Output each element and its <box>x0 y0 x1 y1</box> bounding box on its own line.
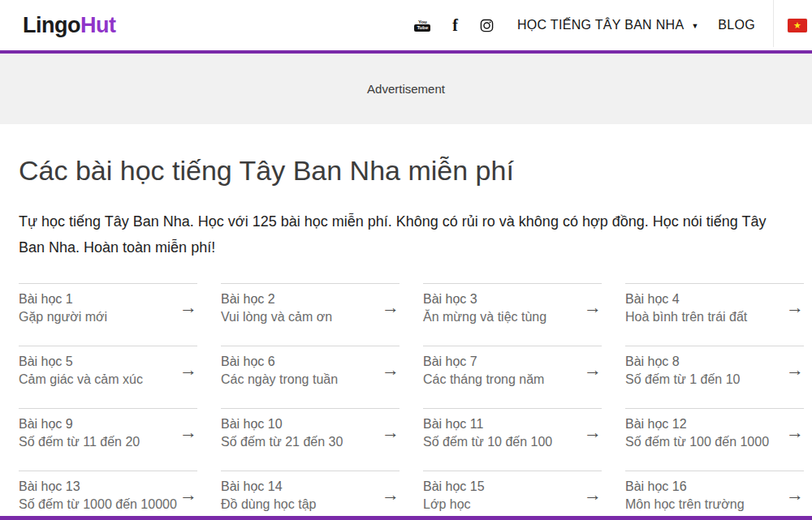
lesson-subtitle: Số đếm từ 21 đến 30 <box>221 433 343 451</box>
vietnam-flag-icon[interactable]: ★ <box>788 19 807 32</box>
lesson-title: Bài học 5 <box>19 353 143 371</box>
language-course-menu[interactable]: HỌC TIẾNG TÂY BAN NHA ▼ <box>517 18 698 32</box>
lesson-card[interactable]: Bài học 3 Ăn mừng và tiệc tùng → <box>423 283 602 346</box>
lesson-title: Bài học 6 <box>221 353 338 371</box>
lesson-title: Bài học 1 <box>19 290 107 308</box>
youtube-icon[interactable]: You Tube <box>414 19 430 32</box>
advertisement-label: Advertisement <box>367 82 445 96</box>
lesson-subtitle: Vui lòng và cảm ơn <box>221 308 332 326</box>
lesson-subtitle: Các ngày trong tuần <box>221 371 338 389</box>
arrow-right-icon: → <box>179 361 197 379</box>
lesson-subtitle: Số đếm từ 10 đến 100 <box>423 433 552 451</box>
lesson-subtitle: Số đếm từ 11 đến 20 <box>19 433 140 451</box>
lesson-card[interactable]: Bài học 14 Đồ dùng học tập → <box>221 471 400 520</box>
main-content: Các bài học tiếng Tây Ban Nha miễn phí T… <box>0 154 812 520</box>
arrow-right-icon: → <box>786 423 804 441</box>
language-course-menu-label: HỌC TIẾNG TÂY BAN NHA <box>517 18 684 32</box>
lesson-title: Bài học 3 <box>423 290 546 308</box>
lesson-card[interactable]: Bài học 5 Cảm giác và cảm xúc → <box>19 346 197 408</box>
lesson-card[interactable]: Bài học 8 Số đếm từ 1 đến 10 → <box>625 346 804 408</box>
lingohut-logo[interactable]: LingoHut <box>23 13 115 38</box>
lesson-card[interactable]: Bài học 15 Lớp học → <box>423 471 602 520</box>
header-nav: You Tube f HỌC TIẾNG TÂY BAN NHA ▼ BLOG … <box>414 0 812 50</box>
lesson-title: Bài học 16 <box>625 478 745 496</box>
flag-star: ★ <box>793 21 801 30</box>
lesson-title: Bài học 14 <box>221 478 316 496</box>
lesson-title: Bài học 15 <box>423 478 485 496</box>
lesson-card[interactable]: Bài học 4 Hoà bình trên trái đất → <box>625 283 804 346</box>
lesson-title: Bài học 11 <box>423 415 552 433</box>
lesson-title: Bài học 10 <box>221 415 343 433</box>
logo-text-lingo: Lingo <box>23 13 80 37</box>
facebook-icon[interactable]: f <box>452 17 458 33</box>
lesson-title: Bài học 9 <box>19 415 140 433</box>
lesson-subtitle: Hoà bình trên trái đất <box>625 308 747 326</box>
lesson-card[interactable]: Bài học 12 Số đếm từ 100 đến 1000 → <box>625 408 804 471</box>
arrow-right-icon: → <box>179 423 197 441</box>
lesson-title: Bài học 8 <box>625 353 740 371</box>
chevron-down-icon: ▼ <box>691 22 698 30</box>
lesson-title: Bài học 2 <box>221 290 332 308</box>
lesson-card[interactable]: Bài học 2 Vui lòng và cảm ơn → <box>221 283 400 346</box>
lesson-card[interactable]: Bài học 11 Số đếm từ 10 đến 100 → <box>423 408 602 471</box>
arrow-right-icon: → <box>584 423 602 441</box>
lesson-title: Bài học 4 <box>625 290 747 308</box>
arrow-right-icon: → <box>584 486 602 504</box>
arrow-right-icon: → <box>786 299 804 316</box>
lesson-card[interactable]: Bài học 13 Số đếm từ 1000 đến 10000 → <box>19 471 197 520</box>
instagram-icon[interactable] <box>480 19 494 32</box>
lesson-subtitle: Môn học trên trường <box>625 496 745 514</box>
lesson-subtitle: Số đếm từ 1000 đến 10000 <box>19 496 177 514</box>
arrow-right-icon: → <box>584 299 602 316</box>
lesson-subtitle: Ăn mừng và tiệc tùng <box>423 308 546 326</box>
intro-text: Tự học tiếng Tây Ban Nha. Học với 125 bà… <box>19 208 786 260</box>
lesson-subtitle: Số đếm từ 100 đến 1000 <box>625 433 769 451</box>
lesson-title: Bài học 13 <box>19 478 177 496</box>
lesson-title: Bài học 7 <box>423 353 544 371</box>
lesson-subtitle: Đồ dùng học tập <box>221 496 316 514</box>
lesson-card[interactable]: Bài học 10 Số đếm từ 21 đến 30 → <box>221 408 400 471</box>
lesson-card[interactable]: Bài học 1 Gặp người mới → <box>19 283 197 346</box>
logo-text-hut: Hut <box>80 13 115 37</box>
header: LingoHut You Tube f HỌC TIẾNG TÂY BAN NH… <box>0 0 812 50</box>
lesson-subtitle: Cảm giác và cảm xúc <box>19 371 143 389</box>
page-title: Các bài học tiếng Tây Ban Nha miễn phí <box>19 154 804 187</box>
arrow-right-icon: → <box>382 299 400 316</box>
lesson-subtitle: Các tháng trong năm <box>423 371 544 389</box>
arrow-right-icon: → <box>786 361 804 379</box>
lesson-card[interactable]: Bài học 6 Các ngày trong tuần → <box>221 346 400 408</box>
header-divider <box>773 0 774 47</box>
lesson-title: Bài học 12 <box>625 415 769 433</box>
footer-accent-bar <box>0 516 812 520</box>
lessons-grid: Bài học 1 Gặp người mới → Bài học 2 Vui … <box>19 283 804 520</box>
arrow-right-icon: → <box>179 486 197 504</box>
lesson-card[interactable]: Bài học 16 Môn học trên trường → <box>625 471 804 520</box>
arrow-right-icon: → <box>179 299 197 316</box>
lesson-card[interactable]: Bài học 7 Các tháng trong năm → <box>423 346 602 408</box>
lesson-subtitle: Lớp học <box>423 496 485 514</box>
arrow-right-icon: → <box>382 361 400 379</box>
lesson-subtitle: Số đếm từ 1 đến 10 <box>625 371 740 389</box>
arrow-right-icon: → <box>382 423 400 441</box>
lesson-card[interactable]: Bài học 9 Số đếm từ 11 đến 20 → <box>19 408 197 471</box>
arrow-right-icon: → <box>382 486 400 504</box>
blog-link[interactable]: BLOG <box>718 18 755 32</box>
advertisement-banner: Advertisement <box>0 54 812 124</box>
lesson-subtitle: Gặp người mới <box>19 308 107 326</box>
arrow-right-icon: → <box>786 486 804 504</box>
arrow-right-icon: → <box>584 361 602 379</box>
